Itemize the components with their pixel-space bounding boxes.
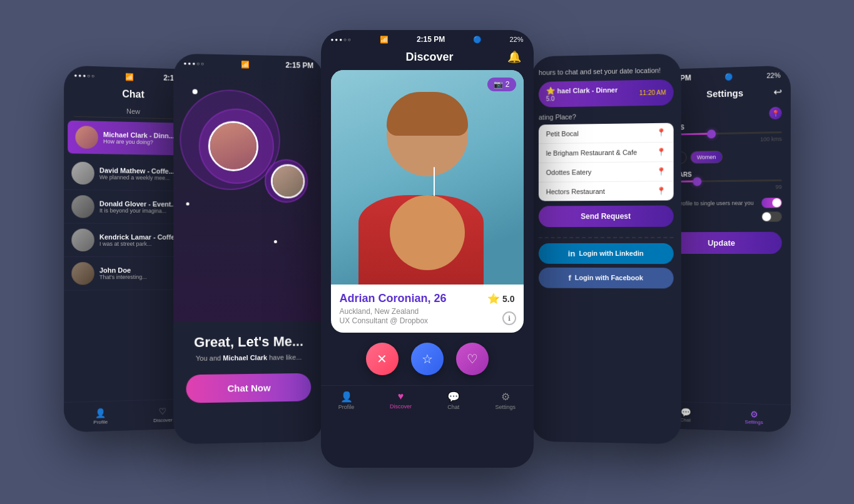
- toggle-1[interactable]: [761, 198, 781, 208]
- star-button[interactable]: ☆: [411, 343, 444, 375]
- wifi-icon: 📶: [241, 60, 250, 68]
- nav-settings-label: Settings: [496, 404, 516, 410]
- location-item-2[interactable]: le Brigham Restaurant & Cafe 📍: [538, 142, 673, 163]
- send-request-button[interactable]: Send Request: [538, 205, 673, 227]
- toggle-knob-2: [762, 212, 771, 221]
- avatar-michael: [75, 126, 98, 149]
- match-background: [173, 70, 323, 322]
- location-name-2: le Brigham Restaurant & Cafe: [546, 148, 637, 156]
- avatar-donald: [71, 195, 94, 218]
- avatar-kendrick: [71, 229, 94, 251]
- signal-dots: ●●●○○: [331, 37, 352, 43]
- location-item-3[interactable]: Odottes Eatery 📍: [538, 162, 673, 183]
- location-item-1[interactable]: Petit Bocal 📍: [538, 123, 673, 144]
- nav-discover-label: Discover: [153, 417, 173, 423]
- toggle-2[interactable]: [761, 211, 781, 221]
- profile-rating: ⭐ 5.0: [487, 293, 514, 305]
- settings-icon: ⚙: [745, 409, 763, 420]
- discover-icon: ♡: [153, 406, 173, 416]
- discover-nav: 👤 Profile ♥ Discover 💬 Chat ⚙ Settings: [321, 385, 534, 418]
- discover-status-bar: ●●●○○ 📶 2:15 PM 🔵 22%: [321, 30, 534, 46]
- distance-thumb[interactable]: [707, 129, 716, 138]
- location-item-4[interactable]: Hectors Restaurant 📍: [538, 181, 673, 201]
- wifi-icon: 📶: [125, 73, 134, 81]
- linkedin-icon: in: [567, 249, 574, 258]
- match-text: Great, Let's Me... You and Michael Clark…: [173, 321, 323, 368]
- schedule-time: 11:20 AM: [639, 89, 666, 96]
- schedule-badge: ⭐ hael Clark - Dinner 5.0 11:20 AM: [538, 79, 673, 108]
- profile-name: Adrian Coronian, 26: [340, 292, 447, 305]
- photo-count: 2: [506, 80, 510, 89]
- logout-icon[interactable]: ↩: [773, 86, 781, 98]
- nav-profile[interactable]: 👤 Profile: [93, 408, 108, 425]
- wifi-icon: 📶: [380, 36, 389, 44]
- star-icon: ⭐: [487, 293, 500, 305]
- discover-title: Discover: [352, 51, 507, 64]
- divider: [538, 236, 673, 238]
- date-content: ⭐ hael Clark - Dinner 5.0 11:20 AM ating…: [531, 79, 681, 288]
- bell-icon[interactable]: 🔔: [507, 50, 521, 64]
- action-buttons: ✕ ☆ ♡: [321, 333, 534, 385]
- phones-container: ●●●○○ 📶 2:15 PM Chat New Michael Clark -…: [52, 18, 803, 486]
- location-list: Petit Bocal 📍 le Brigham Restaurant & Ca…: [538, 123, 673, 201]
- profile-job: UX Consultant @ Dropbox: [340, 316, 515, 325]
- battery-level: 22%: [509, 36, 523, 43]
- profile-icon: 👤: [338, 391, 355, 403]
- location-pin-2: 📍: [656, 147, 666, 156]
- profile-card[interactable]: 📷 2 Adrian Coronian, 26 ⭐ 5.0 Auckland, …: [331, 70, 524, 333]
- facebook-icon: f: [568, 273, 571, 282]
- match-title: Great, Let's Me...: [183, 333, 313, 351]
- nav-profile-label: Profile: [338, 404, 355, 410]
- dot-2: [186, 203, 189, 206]
- discover-header: Discover 🔔: [321, 46, 534, 70]
- age-thumb[interactable]: [693, 177, 701, 186]
- location-name-3: Odottes Eatery: [546, 168, 591, 176]
- chat-icon: 💬: [447, 391, 460, 403]
- signal-dots: ●●●○○: [74, 73, 96, 79]
- camera-icon: 📷: [494, 80, 503, 89]
- avatar-bubble-2: [270, 164, 304, 198]
- phone-match: ●●●○○ 📶 2:15 PM Great, Let's Me...: [173, 54, 323, 445]
- nav-settings-label: Settings: [745, 419, 763, 425]
- profile-info: Adrian Coronian, 26 ⭐ 5.0 Auckland, New …: [331, 285, 524, 333]
- location-pin-3: 📍: [656, 167, 666, 176]
- facebook-button[interactable]: f Login with Facebook: [538, 267, 673, 288]
- info-icon[interactable]: ℹ: [502, 311, 516, 325]
- reject-button[interactable]: ✕: [366, 343, 399, 375]
- bluetooth-icon: 🔵: [473, 36, 482, 44]
- chat-icon: 💬: [680, 407, 691, 417]
- chip-women[interactable]: Women: [689, 151, 722, 164]
- status-time: 2:15 PM: [285, 61, 313, 70]
- love-button[interactable]: ♡: [456, 343, 489, 375]
- location-pin-1: 📍: [656, 128, 666, 136]
- nav-chat-label: Chat: [680, 417, 691, 423]
- nav-profile[interactable]: 👤 Profile: [338, 391, 355, 410]
- nav-settings[interactable]: ⚙ Settings: [745, 409, 763, 425]
- date-header-paragraph: hours to chat and set your date location…: [538, 65, 673, 78]
- dot-3: [273, 240, 277, 243]
- nav-discover-label: Discover: [390, 403, 412, 410]
- photo-count-badge: 📷 2: [487, 78, 516, 91]
- battery-level: 22%: [766, 71, 780, 79]
- nav-chat[interactable]: 💬 Chat: [447, 391, 460, 410]
- location-pin-4: 📍: [656, 186, 666, 195]
- phone-discover: ●●●○○ 📶 2:15 PM 🔵 22% Discover 🔔: [321, 30, 534, 468]
- avatar-david: [71, 162, 94, 185]
- nav-discover[interactable]: ♡ Discover: [153, 406, 173, 423]
- bubble-container: [173, 70, 323, 322]
- avatar-john: [71, 262, 94, 285]
- avatar-bubble-1: [208, 121, 258, 171]
- discover-icon: ♥: [390, 391, 412, 402]
- status-time: 2:15 PM: [417, 35, 445, 44]
- nav-settings[interactable]: ⚙ Settings: [496, 391, 516, 410]
- chat-now-button[interactable]: Chat Now: [186, 373, 311, 403]
- toggle-knob-1: [772, 198, 781, 207]
- schedule-info: ⭐ hael Clark - Dinner 5.0: [546, 85, 639, 102]
- linkedin-button[interactable]: in Login with Linkedin: [538, 243, 673, 263]
- nav-chat[interactable]: 💬 Chat: [680, 407, 691, 423]
- profile-icon: 👤: [93, 408, 108, 418]
- nav-discover[interactable]: ♥ Discover: [390, 391, 412, 410]
- bluetooth-icon: 🔵: [724, 73, 733, 81]
- location-pin-icon: 📍: [769, 107, 781, 120]
- date-header-text: hours to chat and set your date location…: [531, 61, 681, 82]
